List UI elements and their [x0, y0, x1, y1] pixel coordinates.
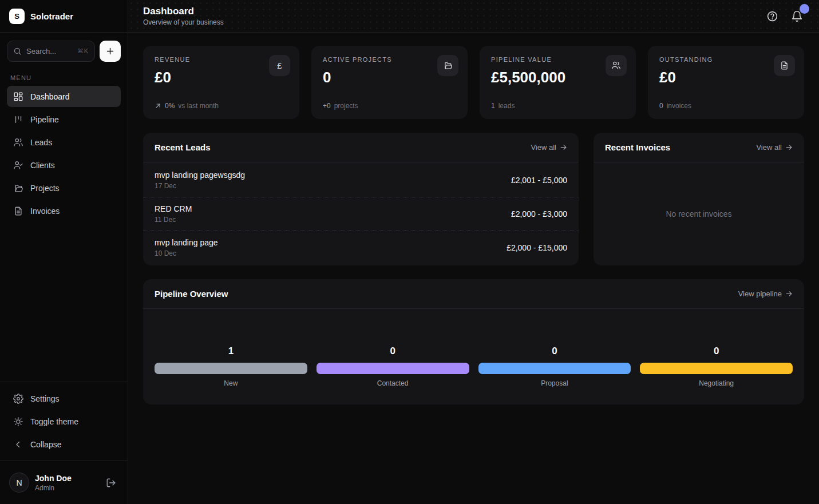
pipeline-stage-proposal: 0 Proposal	[478, 346, 631, 387]
page-title: Dashboard	[143, 6, 224, 17]
sidebar-item-leads[interactable]: Leads	[7, 132, 121, 153]
sidebar-item-label: Dashboard	[30, 92, 70, 101]
sidebar-item-toggle-theme[interactable]: Toggle theme	[7, 411, 121, 432]
stage-label: Contacted	[377, 379, 409, 387]
view-pipeline-link[interactable]: View pipeline	[738, 289, 793, 298]
stat-card-outstanding: OUTSTANDING £0 0 invoices	[648, 46, 804, 119]
lead-name: RED CRM	[155, 204, 192, 213]
sidebar: S Solotrader Search... ⌘K MENU Dashboard	[0, 0, 128, 504]
pipeline-overview-card: Pipeline Overview View pipeline 1 New 0	[143, 279, 804, 404]
stage-bar	[640, 363, 793, 374]
add-button[interactable]	[100, 41, 121, 62]
page-subtitle: Overview of your business	[143, 18, 224, 26]
stat-card-pipeline-value: PIPELINE VALUE £5,500,000 1 leads	[480, 46, 636, 119]
view-all-invoices-link[interactable]: View all	[756, 143, 793, 152]
lists-row: Recent Leads View all mvp landing pagews…	[143, 133, 804, 265]
sidebar-item-label: Pipeline	[30, 115, 59, 124]
sidebar-item-settings[interactable]: Settings	[7, 388, 121, 409]
stage-count: 0	[552, 346, 557, 357]
lead-date: 11 Dec	[155, 216, 192, 224]
pipeline-stage-negotiating: 0 Negotiating	[640, 346, 793, 387]
sidebar-item-invoices[interactable]: Invoices	[7, 200, 121, 221]
stat-label: OUTSTANDING	[659, 56, 793, 63]
stat-value: £0	[659, 69, 793, 86]
sidebar-item-label: Invoices	[30, 207, 60, 216]
sidebar-item-label: Projects	[30, 184, 60, 193]
lead-date: 10 Dec	[155, 249, 218, 257]
stat-value: £0	[155, 69, 288, 86]
file-text-icon	[774, 55, 795, 76]
stat-label: REVENUE	[155, 56, 288, 63]
user-check-icon	[13, 160, 23, 170]
sidebar-item-dashboard[interactable]: Dashboard	[7, 86, 121, 107]
menu-section-label: MENU	[0, 68, 128, 86]
lead-name: mvp landing pagewsgsdg	[155, 170, 245, 180]
notifications-button[interactable]	[790, 9, 804, 23]
view-all-label: View all	[531, 143, 556, 152]
stat-card-active-projects: ACTIVE PROJECTS 0 +0 projects	[311, 46, 468, 119]
stat-card-revenue: REVENUE £ £0 0% vs last month	[143, 46, 299, 119]
sidebar-item-pipeline[interactable]: Pipeline	[7, 109, 121, 130]
sidebar-item-collapse[interactable]: Collapse	[7, 434, 121, 455]
view-all-label: View all	[756, 143, 782, 152]
stage-bar	[155, 363, 307, 374]
search-shortcut: ⌘K	[77, 47, 89, 55]
dashboard-content: REVENUE £ £0 0% vs last month ACTIVE PRO…	[128, 33, 819, 504]
pipeline-stage-chart: 1 New 0 Contacted 0 Proposal 0 N	[143, 309, 804, 404]
page-header: Dashboard Overview of your business	[128, 0, 819, 33]
layout-dashboard-icon	[13, 92, 23, 102]
users-icon	[13, 137, 23, 148]
stage-bar	[478, 363, 631, 374]
file-text-icon	[13, 206, 23, 216]
sidebar-item-label: Leads	[30, 138, 52, 147]
chevron-left-icon	[13, 439, 23, 450]
sidebar-item-projects[interactable]: Projects	[7, 177, 121, 199]
stage-bar	[316, 363, 469, 374]
folder-open-icon	[437, 55, 458, 76]
pipeline-overview-title: Pipeline Overview	[155, 289, 228, 299]
lead-value: £2,000 - £15,000	[507, 243, 567, 252]
stat-footer-prefix: 1	[491, 102, 495, 110]
stage-label: Negotiating	[699, 379, 734, 387]
stage-count: 0	[390, 346, 395, 357]
user-role: Admin	[35, 484, 98, 492]
arrow-right-icon	[785, 144, 793, 151]
stat-footer-prefix: 0	[659, 102, 663, 110]
logout-icon	[106, 478, 116, 488]
avatar: N	[9, 473, 29, 493]
recent-invoices-card: Recent Invoices View all No recent invoi…	[594, 133, 804, 265]
notification-badge	[800, 4, 809, 14]
stat-value: £5,500,000	[491, 69, 624, 86]
recent-leads-title: Recent Leads	[155, 142, 211, 152]
lead-row[interactable]: mvp landing page 10 Dec £2,000 - £15,000	[143, 231, 579, 264]
gear-icon	[13, 394, 23, 404]
lead-date: 17 Dec	[155, 182, 245, 190]
stat-footer-suffix: leads	[498, 102, 515, 110]
stage-label: Proposal	[541, 379, 568, 387]
search-input[interactable]: Search... ⌘K	[7, 41, 95, 62]
arrow-right-icon	[785, 290, 793, 297]
sidebar-footer-nav: Settings Toggle theme Collapse	[0, 382, 128, 461]
brand-name: Solotrader	[30, 11, 73, 21]
plus-icon	[105, 46, 115, 56]
logout-button[interactable]	[104, 475, 118, 490]
invoices-empty-state: No recent invoices	[594, 162, 804, 265]
help-button[interactable]	[765, 9, 780, 23]
view-all-leads-link[interactable]: View all	[531, 143, 567, 152]
sidebar-item-clients[interactable]: Clients	[7, 154, 121, 176]
stage-count: 0	[714, 346, 719, 357]
sidebar-item-label: Toggle theme	[30, 417, 78, 426]
sidebar-item-label: Clients	[30, 161, 55, 170]
sidebar-item-label: Collapse	[30, 440, 61, 449]
user-section: N John Doe Admin	[0, 461, 128, 504]
lead-row[interactable]: RED CRM 11 Dec £2,000 - £3,000	[143, 197, 579, 231]
stat-footer-suffix: invoices	[667, 102, 691, 110]
lead-row[interactable]: mvp landing pagewsgsdg 17 Dec £2,001 - £…	[143, 164, 579, 197]
search-icon	[13, 47, 22, 55]
view-pipeline-label: View pipeline	[738, 289, 782, 298]
folder-open-icon	[13, 183, 23, 193]
stat-label: PIPELINE VALUE	[491, 56, 624, 63]
lead-value: £2,000 - £3,000	[511, 209, 567, 219]
search-placeholder: Search...	[26, 47, 73, 55]
stage-count: 1	[228, 346, 234, 357]
